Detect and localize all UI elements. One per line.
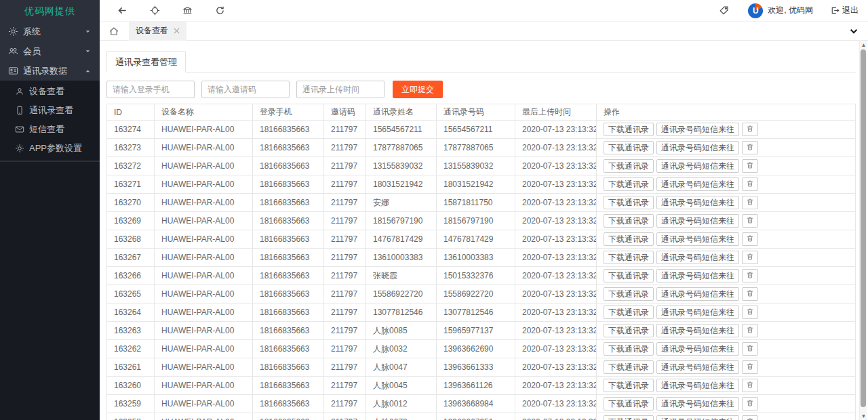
delete-button[interactable] — [742, 269, 758, 282]
cell-name: 张晓霞 — [366, 267, 437, 285]
sms-history-button[interactable]: 通讯录号码短信来往 — [656, 306, 739, 319]
download-contacts-button[interactable]: 下载通讯录 — [604, 159, 654, 173]
tab-device-view[interactable]: 设备查看 — [129, 22, 186, 41]
delete-button[interactable] — [742, 177, 758, 191]
bank-icon[interactable] — [182, 5, 193, 16]
sms-history-button[interactable]: 通讯录号码短信来往 — [656, 342, 739, 356]
delete-button[interactable] — [742, 159, 758, 173]
sms-history-button[interactable]: 通讯录号码短信来往 — [656, 415, 739, 420]
delete-button[interactable] — [742, 232, 758, 246]
avatar[interactable]: U — [748, 3, 763, 18]
sms-history-button[interactable]: 通讯录号码短信来往 — [656, 324, 739, 337]
delete-button[interactable] — [742, 196, 758, 209]
login-phone-input[interactable] — [106, 81, 195, 98]
home-icon[interactable] — [108, 26, 119, 37]
sidebar-item-label: 系统 — [23, 26, 41, 38]
panel-tab-contacts-management[interactable]: 通讯录查看管理 — [106, 51, 186, 72]
delete-button[interactable] — [742, 141, 758, 154]
cell-invite: 211797 — [324, 194, 366, 212]
download-contacts-button[interactable]: 下载通讯录 — [604, 269, 654, 282]
download-contacts-button[interactable]: 下载通讯录 — [604, 379, 654, 392]
sms-history-button[interactable]: 通讯录号码短信来往 — [656, 397, 739, 411]
sms-history-button[interactable]: 通讯录号码短信来往 — [656, 360, 739, 374]
delete-button[interactable] — [742, 324, 758, 337]
delete-button[interactable] — [742, 287, 758, 301]
back-icon[interactable] — [117, 5, 127, 16]
crosshair-icon[interactable] — [150, 5, 160, 16]
download-contacts-button[interactable]: 下载通讯录 — [604, 123, 654, 136]
delete-button[interactable] — [742, 360, 758, 374]
trash-icon — [746, 399, 754, 407]
sidebar-top: 优码网提供 系统会员通讯录数据设备查看通讯录查看短信查看APP参数设置 — [0, 0, 100, 162]
download-contacts-button[interactable]: 下载通讯录 — [604, 141, 654, 154]
sms-history-button[interactable]: 通讯录号码短信来往 — [656, 141, 739, 154]
caret-up-icon — [84, 67, 92, 75]
delete-button[interactable] — [742, 379, 758, 392]
submenu-item-0[interactable]: 设备查看 — [0, 82, 100, 101]
cell-phone: 18166835663 — [253, 157, 324, 175]
cell-number: 15654567211 — [437, 121, 515, 139]
logout-button[interactable]: 退出 — [831, 5, 859, 16]
submenu-item-2[interactable]: 短信查看 — [0, 120, 100, 139]
trash-icon — [746, 234, 754, 243]
chevron-down-icon[interactable] — [849, 26, 859, 36]
table-row: 163273HUAWEI-PAR-AL001816683566321179717… — [107, 139, 856, 157]
sms-history-button[interactable]: 通讯录号码短信来往 — [656, 196, 739, 209]
delete-button[interactable] — [742, 214, 758, 228]
sms-history-button[interactable]: 通讯录号码短信来往 — [656, 123, 739, 136]
cell-actions: 下载通讯录通讯录号码短信来往 — [597, 157, 856, 175]
delete-button[interactable] — [742, 251, 758, 264]
download-contacts-button[interactable]: 下载通讯录 — [604, 196, 654, 209]
sidebar-item-1[interactable]: 会员 — [0, 41, 100, 61]
download-contacts-button[interactable]: 下载通讯录 — [604, 232, 654, 246]
sms-history-button[interactable]: 通讯录号码短信来往 — [656, 251, 739, 264]
table-row: 163272HUAWEI-PAR-AL001816683566321179713… — [107, 157, 856, 175]
delete-button[interactable] — [742, 415, 758, 420]
submit-button[interactable]: 立即提交 — [393, 81, 443, 98]
refresh-icon[interactable] — [215, 5, 225, 16]
sms-history-button[interactable]: 通讯录号码短信来往 — [656, 159, 739, 173]
cell-id: 163273 — [107, 139, 155, 157]
download-contacts-button[interactable]: 下载通讯录 — [604, 306, 654, 319]
scrollbar-thumb[interactable] — [861, 49, 866, 407]
upload-time-input[interactable] — [296, 81, 384, 98]
sms-history-button[interactable]: 通讯录号码短信来往 — [656, 287, 739, 301]
sidebar-item-0[interactable]: 系统 — [0, 22, 100, 41]
delete-button[interactable] — [742, 342, 758, 356]
download-contacts-button[interactable]: 下载通讯录 — [604, 342, 654, 356]
cell-invite: 211797 — [324, 230, 366, 249]
tag-icon[interactable] — [719, 5, 729, 16]
delete-button[interactable] — [742, 306, 758, 319]
cell-name: 安娜 — [366, 194, 437, 212]
download-contacts-button[interactable]: 下载通讯录 — [604, 324, 654, 337]
download-contacts-button[interactable]: 下载通讯录 — [604, 397, 654, 411]
download-contacts-button[interactable]: 下载通讯录 — [604, 251, 654, 264]
cell-number: 13155839032 — [437, 157, 515, 175]
sms-history-button[interactable]: 通讯录号码短信来往 — [656, 232, 739, 246]
download-contacts-button[interactable]: 下载通讯录 — [604, 360, 654, 374]
cell-actions: 下载通讯录通讯录号码短信来往 — [597, 175, 856, 194]
submenu-item-3[interactable]: APP参数设置 — [0, 139, 100, 158]
cell-invite: 211797 — [324, 139, 366, 157]
download-contacts-button[interactable]: 下载通讯录 — [604, 177, 654, 191]
delete-button[interactable] — [742, 123, 758, 136]
vertical-scrollbar[interactable]: ▲ ▼ — [859, 41, 867, 420]
download-contacts-button[interactable]: 下载通讯录 — [604, 214, 654, 228]
download-contacts-button[interactable]: 下载通讯录 — [604, 287, 654, 301]
cell-name: 13155839032 — [366, 157, 437, 175]
table-row: 163259HUAWEI-PAR-AL0018166835663211797人脉… — [107, 395, 856, 413]
close-icon[interactable] — [174, 28, 180, 34]
delete-button[interactable] — [742, 397, 758, 411]
sms-history-button[interactable]: 通讯录号码短信来往 — [656, 177, 739, 191]
invite-code-input[interactable] — [201, 81, 290, 98]
download-contacts-button[interactable]: 下载通讯录 — [604, 415, 654, 420]
cell-invite: 211797 — [324, 285, 366, 303]
sms-history-button[interactable]: 通讯录号码短信来往 — [656, 269, 739, 282]
submenu-item-label: APP参数设置 — [29, 142, 82, 154]
sms-history-button[interactable]: 通讯录号码短信来往 — [656, 379, 739, 392]
scroll-up-arrow-icon[interactable]: ▲ — [860, 41, 867, 49]
scroll-down-arrow-icon[interactable]: ▼ — [860, 413, 867, 420]
sidebar-item-2[interactable]: 通讯录数据 — [0, 61, 100, 81]
submenu-item-1[interactable]: 通讯录查看 — [0, 101, 100, 120]
sms-history-button[interactable]: 通讯录号码短信来往 — [656, 214, 739, 228]
